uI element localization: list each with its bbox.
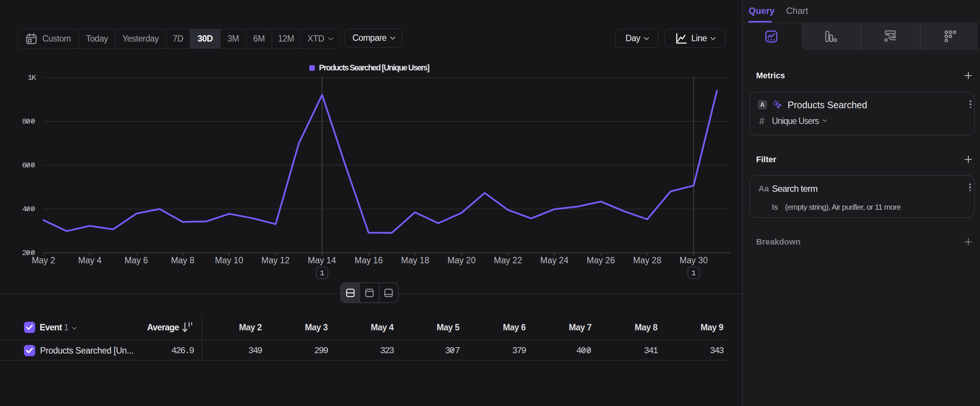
svg-text:May 8: May 8 <box>171 255 195 265</box>
svg-text:May 14: May 14 <box>308 255 336 265</box>
svg-text:May 2: May 2 <box>32 255 56 265</box>
svg-text:May 22: May 22 <box>494 255 522 265</box>
svg-text:May 16: May 16 <box>355 255 383 265</box>
svg-text:May 10: May 10 <box>215 255 243 265</box>
svg-text:1: 1 <box>320 269 325 277</box>
svg-text:May 4: May 4 <box>78 255 102 265</box>
svg-text:May 26: May 26 <box>587 255 615 265</box>
svg-text:May 12: May 12 <box>261 255 290 265</box>
svg-text:May 18: May 18 <box>401 255 429 265</box>
svg-text:Products Searched [Unique User: Products Searched [Unique Users] <box>319 63 430 72</box>
svg-text:1: 1 <box>691 269 696 277</box>
svg-text:May 28: May 28 <box>633 255 661 265</box>
svg-text:May 6: May 6 <box>125 255 148 265</box>
svg-text:May 24: May 24 <box>540 255 569 265</box>
svg-text:May 30: May 30 <box>679 255 708 265</box>
svg-text:May 20: May 20 <box>447 255 476 265</box>
